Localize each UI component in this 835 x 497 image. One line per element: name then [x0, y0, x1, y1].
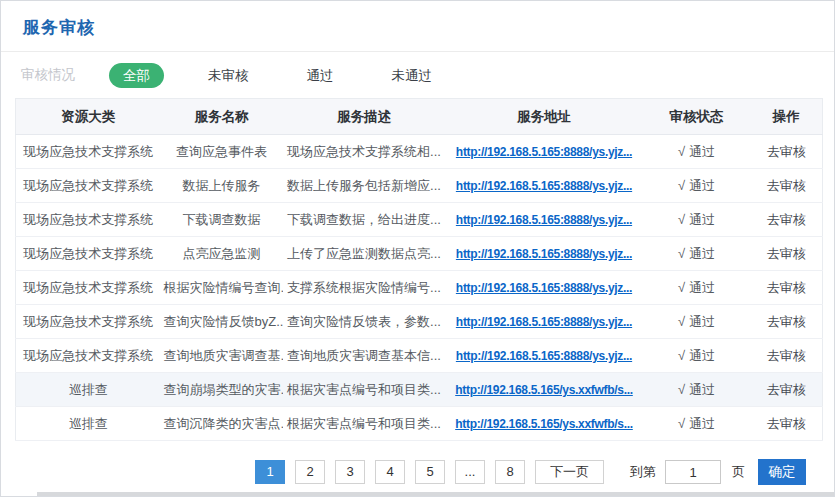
service-url-link[interactable]: http://192.168.5.165:8888/ys.yjz...	[456, 213, 632, 227]
cell-status: √通过	[643, 203, 751, 237]
review-action-link[interactable]: 去审核	[767, 212, 806, 227]
page-number-button[interactable]: 5	[415, 460, 445, 484]
service-url-link[interactable]: http://192.168.5.165:8888/ys.yjz...	[456, 281, 632, 295]
cell-name: 查询地质灾害调查基...	[161, 339, 283, 373]
page-number-button[interactable]: 2	[295, 460, 325, 484]
cell-name: 查询应急事件表	[161, 135, 283, 169]
cell-status: √通过	[643, 169, 751, 203]
cell-category: 现场应急技术支撑系统	[16, 305, 161, 339]
service-url-link[interactable]: http://192.168.5.165:8888/ys.yjz...	[456, 179, 632, 193]
cell-url: http://192.168.5.165:8888/ys.yjz...	[446, 237, 643, 271]
cell-url: http://192.168.5.165:8888/ys.yjz...	[446, 169, 643, 203]
status-label: 通过	[689, 246, 715, 261]
review-action-link[interactable]: 去审核	[767, 144, 806, 159]
cell-status: √通过	[643, 373, 751, 407]
column-header-action: 操作	[751, 99, 823, 135]
review-action-link[interactable]: 去审核	[767, 280, 806, 295]
service-url-link[interactable]: http://192.168.5.165:8888/ys.yjz...	[456, 315, 632, 329]
column-header-description: 服务描述	[283, 99, 446, 135]
service-review-panel: 服务审核 审核情况 全部未审核通过未通过 资源大类 服务名称 服务描述 服务地址…	[0, 0, 835, 497]
cell-action: 去审核	[751, 373, 823, 407]
service-url-link[interactable]: http://192.168.5.165/ys.xxfwfb/s...	[455, 383, 633, 397]
service-url-link[interactable]: http://192.168.5.165:8888/ys.yjz...	[456, 145, 632, 159]
cell-url: http://192.168.5.165/ys.xxfwfb/s...	[446, 407, 643, 441]
filter-options: 全部未审核通过未通过	[109, 66, 476, 85]
cell-description: 查询地质灾害调查基本信...	[283, 339, 446, 373]
status-label: 通过	[689, 314, 715, 329]
page-number-button[interactable]: 1	[255, 460, 285, 484]
cell-status: √通过	[643, 407, 751, 441]
service-url-link[interactable]: http://192.168.5.165:8888/ys.yjz...	[456, 349, 632, 363]
review-action-link[interactable]: 去审核	[767, 382, 806, 397]
cell-name: 点亮应急监测	[161, 237, 283, 271]
horizontal-scrollbar[interactable]	[37, 492, 834, 496]
review-action-link[interactable]: 去审核	[767, 178, 806, 193]
check-icon: √	[678, 314, 685, 329]
cell-status: √通过	[643, 237, 751, 271]
page-title: 服务审核	[1, 1, 834, 51]
check-icon: √	[678, 144, 685, 159]
cell-name: 查询灾险情反馈byZ...	[161, 305, 283, 339]
column-header-category: 资源大类	[16, 99, 161, 135]
status-label: 通过	[689, 416, 715, 431]
cell-status: √通过	[643, 135, 751, 169]
next-page-button[interactable]: 下一页	[535, 460, 604, 484]
check-icon: √	[678, 178, 685, 193]
page-number-button[interactable]: 4	[375, 460, 405, 484]
cell-action: 去审核	[751, 169, 823, 203]
cell-category: 现场应急技术支撑系统	[16, 271, 161, 305]
check-icon: √	[678, 348, 685, 363]
review-action-link[interactable]: 去审核	[767, 246, 806, 261]
check-icon: √	[678, 246, 685, 261]
status-label: 通过	[689, 144, 715, 159]
review-action-link[interactable]: 去审核	[767, 314, 806, 329]
cell-category: 现场应急技术支撑系统	[16, 237, 161, 271]
cell-name: 下载调查数据	[161, 203, 283, 237]
cell-action: 去审核	[751, 407, 823, 441]
cell-action: 去审核	[751, 135, 823, 169]
cell-description: 下载调查数据，给出进度...	[283, 203, 446, 237]
cell-description: 根据灾害点编号和项目类...	[283, 407, 446, 441]
column-header-url: 服务地址	[446, 99, 643, 135]
table-row: 巡排查 查询崩塌类型的灾害... 根据灾害点编号和项目类... http://1…	[16, 373, 823, 407]
cell-status: √通过	[643, 339, 751, 373]
table-row: 现场应急技术支撑系统 查询地质灾害调查基... 查询地质灾害调查基本信... h…	[16, 339, 823, 373]
filter-option[interactable]: 未通过	[378, 63, 447, 88]
table-row: 现场应急技术支撑系统 点亮应急监测 上传了应急监测数据点亮... http://…	[16, 237, 823, 271]
cell-url: http://192.168.5.165:8888/ys.yjz...	[446, 135, 643, 169]
cell-category: 巡排查	[16, 373, 161, 407]
cell-action: 去审核	[751, 271, 823, 305]
review-status-filter-bar: 审核情况 全部未审核通过未通过	[1, 52, 834, 98]
page-number-button[interactable]: 8	[495, 460, 525, 484]
pagination-bar: 12345...8 下一页 到第 页 确定	[1, 459, 834, 485]
service-url-link[interactable]: http://192.168.5.165/ys.xxfwfb/s...	[455, 417, 633, 431]
cell-url: http://192.168.5.165:8888/ys.yjz...	[446, 271, 643, 305]
cell-name: 根据灾险情编号查询...	[161, 271, 283, 305]
filter-group-label: 审核情况	[21, 66, 75, 84]
filter-option[interactable]: 通过	[293, 63, 348, 88]
filter-option[interactable]: 未审核	[194, 63, 263, 88]
cell-name: 数据上传服务	[161, 169, 283, 203]
page-ellipsis-button[interactable]: ...	[455, 460, 485, 484]
confirm-page-button[interactable]: 确定	[758, 459, 806, 485]
service-url-link[interactable]: http://192.168.5.165:8888/ys.yjz...	[456, 247, 632, 261]
review-action-link[interactable]: 去审核	[767, 416, 806, 431]
cell-action: 去审核	[751, 305, 823, 339]
column-header-name: 服务名称	[161, 99, 283, 135]
cell-name: 查询崩塌类型的灾害...	[161, 373, 283, 407]
table-row: 现场应急技术支撑系统 查询灾险情反馈byZ... 查询灾险情反馈表，参数... …	[16, 305, 823, 339]
review-action-link[interactable]: 去审核	[767, 348, 806, 363]
status-label: 通过	[689, 382, 715, 397]
page-number-button[interactable]: 3	[335, 460, 365, 484]
table-body: 现场应急技术支撑系统 查询应急事件表 现场应急技术支撑系统相... http:/…	[16, 135, 823, 441]
table-row: 现场应急技术支撑系统 下载调查数据 下载调查数据，给出进度... http://…	[16, 203, 823, 237]
status-label: 通过	[689, 212, 715, 227]
cell-category: 现场应急技术支撑系统	[16, 339, 161, 373]
check-icon: √	[678, 280, 685, 295]
cell-action: 去审核	[751, 203, 823, 237]
filter-option[interactable]: 全部	[109, 63, 164, 88]
cell-url: http://192.168.5.165:8888/ys.yjz...	[446, 339, 643, 373]
cell-description: 支撑系统根据灾险情编号...	[283, 271, 446, 305]
goto-page-input[interactable]	[665, 460, 721, 484]
cell-description: 根据灾害点编号和项目类...	[283, 373, 446, 407]
